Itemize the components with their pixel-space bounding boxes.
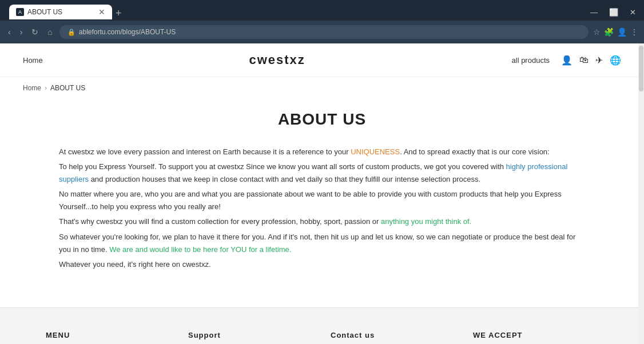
tab-close-button[interactable]: ✕ [98, 8, 105, 16]
tab-title: ABOUT US [27, 8, 62, 16]
tab-favicon: A [16, 8, 24, 16]
footer-menu-section: MENU Home all products [46, 331, 171, 344]
window-controls: — ⬜ ✕ [587, 7, 639, 18]
about-line-4: That's why cwestxz you will find a custo… [59, 215, 585, 228]
restore-button[interactable]: ⬜ [606, 7, 622, 18]
highlight-uniqueness: UNIQUENESS [351, 147, 400, 156]
scrollbar-thumb[interactable] [639, 46, 643, 91]
brand-logo: cwestxz [249, 53, 305, 67]
title-bar: A ABOUT US ✕ + — ⬜ ✕ [0, 0, 644, 21]
about-line-3: No matter where you are, who you are and… [59, 188, 585, 213]
nav-icons: 👤 🛍 ✈ 🌐 [561, 55, 621, 66]
page-content: Home cwestxz all products 👤 🛍 ✈ 🌐 Home ›… [0, 43, 644, 344]
site-footer: MENU Home all products Support ABOUT US … [0, 307, 644, 344]
menu-button[interactable]: ⋮ [630, 27, 638, 37]
refresh-button[interactable]: ↻ [29, 26, 41, 38]
tab-area: A ABOUT US ✕ + [9, 5, 587, 19]
forward-button[interactable]: › [18, 26, 25, 38]
breadcrumb-home[interactable]: Home [23, 84, 41, 92]
browser-chrome: A ABOUT US ✕ + — ⬜ ✕ ‹ › ↻ ⌂ 🔒 ablefortu… [0, 0, 644, 43]
address-icons: ☆ 🧩 👤 ⋮ [593, 27, 638, 37]
footer-contact-title: Contact us [331, 331, 456, 339]
home-button[interactable]: ⌂ [45, 26, 54, 38]
about-text-body: At cwestxz we love every passion and int… [59, 146, 585, 271]
cart-icon-button[interactable]: 🛍 [579, 55, 589, 65]
back-button[interactable]: ‹ [6, 26, 13, 38]
highlight-professional: highly professional suppliers [59, 162, 567, 183]
footer-payment-title: WE ACCEPT [473, 331, 598, 339]
nav-all-products-link[interactable]: all products [512, 56, 550, 65]
profile-button[interactable]: 👤 [617, 27, 627, 37]
extensions-button[interactable]: 🧩 [604, 27, 614, 37]
nav-right: all products 👤 🛍 ✈ 🌐 [512, 55, 621, 66]
language-icon-button[interactable]: 🌐 [610, 55, 621, 66]
breadcrumb-separator: › [45, 84, 47, 92]
site-nav: Home cwestxz all products 👤 🛍 ✈ 🌐 [0, 43, 644, 77]
about-line-2: To help you Express Yourself. To support… [59, 161, 585, 186]
breadcrumb-current: ABOUT US [50, 84, 85, 92]
about-line-6: Whatever you need, it's right here on cw… [59, 258, 585, 271]
highlight-anything: anything you might think of. [381, 217, 471, 226]
footer-support-title: Support [188, 331, 313, 339]
about-line-5: So whatever you're looking for, we plan … [59, 231, 585, 256]
nav-left: Home [23, 56, 43, 65]
highlight-here: We are and would like to be here for YOU… [109, 245, 291, 254]
main-content: ABOUT US At cwestxz we love every passio… [36, 99, 608, 307]
page-title: ABOUT US [59, 110, 585, 129]
footer-menu-title: MENU [46, 331, 171, 339]
active-tab[interactable]: A ABOUT US ✕ [9, 5, 112, 19]
new-tab-button[interactable]: + [112, 7, 125, 19]
account-icon-button[interactable]: 👤 [561, 55, 573, 66]
footer-support-section: Support ABOUT US CONTACT US PRIVACY STAT… [188, 331, 313, 344]
url-text: ablefortu.com/blogs/ABOUT-US [79, 28, 176, 36]
address-bar: ‹ › ↻ ⌂ 🔒 ablefortu.com/blogs/ABOUT-US ☆… [0, 21, 644, 43]
url-bar[interactable]: 🔒 ablefortu.com/blogs/ABOUT-US [59, 25, 589, 39]
close-button[interactable]: ✕ [626, 7, 639, 18]
footer-contact-section: Contact us Email: customerservices@cwest… [331, 331, 456, 344]
wishlist-icon-button[interactable]: ✈ [595, 55, 603, 66]
nav-home-link[interactable]: Home [23, 56, 43, 65]
breadcrumb: Home › ABOUT US [0, 77, 644, 99]
about-line-1: At cwestxz we love every passion and int… [59, 146, 585, 158]
footer-payment-section: WE ACCEPT VISA [473, 331, 598, 344]
scrollbar[interactable] [638, 43, 644, 344]
bookmark-button[interactable]: ☆ [593, 27, 601, 37]
secure-icon: 🔒 [67, 29, 75, 36]
minimize-button[interactable]: — [587, 7, 601, 18]
